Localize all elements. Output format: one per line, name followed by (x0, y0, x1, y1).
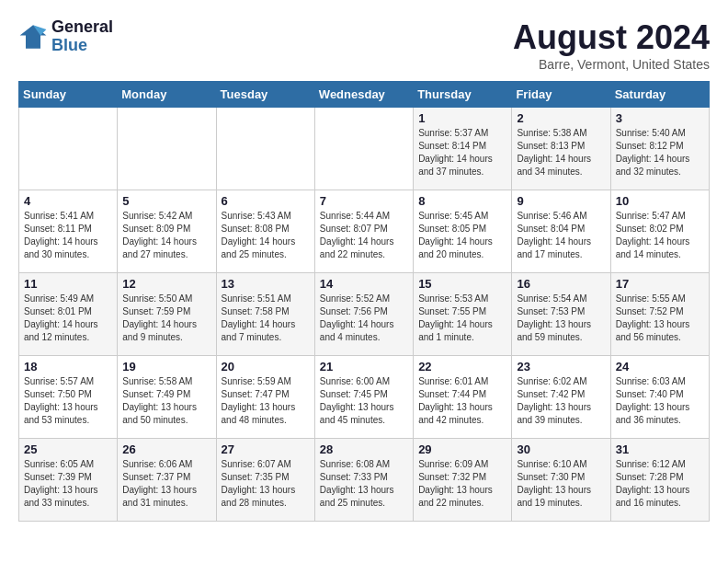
day-content: Sunrise: 5:50 AM Sunset: 7:59 PM Dayligh… (122, 293, 210, 344)
weekday-header-tuesday: Tuesday (216, 82, 314, 108)
day-number: 27 (222, 442, 310, 456)
calendar-cell: 30Sunrise: 6:10 AM Sunset: 7:30 PM Dayli… (512, 439, 610, 522)
day-number: 23 (517, 360, 605, 373)
calendar-cell: 23Sunrise: 6:02 AM Sunset: 7:42 PM Dayli… (512, 356, 610, 439)
day-content: Sunrise: 5:51 AM Sunset: 7:58 PM Dayligh… (222, 293, 310, 344)
day-number: 5 (122, 194, 210, 208)
calendar-cell (118, 108, 216, 190)
day-content: Sunrise: 6:06 AM Sunset: 7:37 PM Dayligh… (122, 458, 210, 510)
calendar-cell: 5Sunrise: 5:42 AM Sunset: 8:09 PM Daylig… (118, 190, 216, 273)
day-number: 21 (320, 360, 408, 373)
calendar-cell: 27Sunrise: 6:07 AM Sunset: 7:35 PM Dayli… (216, 439, 314, 522)
day-number: 9 (517, 194, 605, 208)
calendar-cell: 29Sunrise: 6:09 AM Sunset: 7:32 PM Dayli… (414, 439, 512, 522)
page-header: General Blue August 2024 Barre, Vermont,… (18, 18, 710, 72)
calendar-body: 1Sunrise: 5:37 AM Sunset: 8:14 PM Daylig… (19, 108, 710, 522)
weekday-header-thursday: Thursday (414, 82, 512, 108)
day-number: 22 (418, 360, 506, 373)
day-number: 31 (616, 442, 704, 456)
day-content: Sunrise: 5:44 AM Sunset: 8:07 PM Dayligh… (320, 210, 408, 261)
day-number: 16 (517, 277, 605, 291)
calendar-week-row: 18Sunrise: 5:57 AM Sunset: 7:50 PM Dayli… (19, 356, 710, 439)
day-content: Sunrise: 6:05 AM Sunset: 7:39 PM Dayligh… (24, 458, 112, 510)
calendar-cell: 8Sunrise: 5:45 AM Sunset: 8:05 PM Daylig… (414, 190, 512, 273)
day-number: 14 (320, 277, 408, 291)
calendar-week-row: 11Sunrise: 5:49 AM Sunset: 8:01 PM Dayli… (19, 273, 710, 356)
day-number: 18 (24, 360, 112, 373)
calendar-cell: 12Sunrise: 5:50 AM Sunset: 7:59 PM Dayli… (118, 273, 216, 356)
day-content: Sunrise: 5:49 AM Sunset: 8:01 PM Dayligh… (24, 293, 112, 344)
day-number: 10 (616, 194, 704, 208)
calendar-table: SundayMondayTuesdayWednesdayThursdayFrid… (18, 81, 710, 522)
weekday-header-friday: Friday (512, 82, 610, 108)
calendar-subtitle: Barre, Vermont, United States (513, 57, 710, 72)
logo-icon (18, 22, 48, 52)
day-content: Sunrise: 6:03 AM Sunset: 7:40 PM Dayligh… (616, 375, 704, 427)
day-content: Sunrise: 5:53 AM Sunset: 7:55 PM Dayligh… (418, 293, 506, 344)
day-content: Sunrise: 6:02 AM Sunset: 7:42 PM Dayligh… (517, 375, 605, 427)
calendar-cell: 26Sunrise: 6:06 AM Sunset: 7:37 PM Dayli… (118, 439, 216, 522)
calendar-cell: 14Sunrise: 5:52 AM Sunset: 7:56 PM Dayli… (314, 273, 413, 356)
day-content: Sunrise: 5:40 AM Sunset: 8:12 PM Dayligh… (616, 127, 704, 178)
calendar-header: SundayMondayTuesdayWednesdayThursdayFrid… (19, 82, 710, 108)
day-content: Sunrise: 5:38 AM Sunset: 8:13 PM Dayligh… (517, 127, 605, 178)
day-content: Sunrise: 5:54 AM Sunset: 7:53 PM Dayligh… (517, 293, 605, 344)
calendar-cell (19, 108, 118, 190)
day-number: 8 (418, 194, 506, 208)
title-block: August 2024 Barre, Vermont, United State… (513, 18, 710, 72)
calendar-cell: 7Sunrise: 5:44 AM Sunset: 8:07 PM Daylig… (314, 190, 413, 273)
weekday-header-wednesday: Wednesday (314, 82, 413, 108)
day-number: 29 (418, 442, 506, 456)
day-content: Sunrise: 5:55 AM Sunset: 7:52 PM Dayligh… (616, 293, 704, 344)
calendar-cell: 17Sunrise: 5:55 AM Sunset: 7:52 PM Dayli… (610, 273, 709, 356)
calendar-cell: 2Sunrise: 5:38 AM Sunset: 8:13 PM Daylig… (512, 108, 610, 190)
calendar-cell: 31Sunrise: 6:12 AM Sunset: 7:28 PM Dayli… (610, 439, 709, 522)
calendar-cell: 22Sunrise: 6:01 AM Sunset: 7:44 PM Dayli… (414, 356, 512, 439)
day-content: Sunrise: 6:07 AM Sunset: 7:35 PM Dayligh… (222, 458, 310, 510)
day-content: Sunrise: 5:43 AM Sunset: 8:08 PM Dayligh… (222, 210, 310, 261)
day-number: 6 (222, 194, 310, 208)
day-content: Sunrise: 5:47 AM Sunset: 8:02 PM Dayligh… (616, 210, 704, 261)
day-number: 26 (122, 442, 210, 456)
day-content: Sunrise: 6:00 AM Sunset: 7:45 PM Dayligh… (320, 375, 408, 427)
day-number: 19 (122, 360, 210, 373)
day-content: Sunrise: 5:37 AM Sunset: 8:14 PM Dayligh… (418, 127, 506, 178)
day-number: 3 (616, 111, 704, 125)
calendar-title: August 2024 (513, 18, 710, 57)
day-content: Sunrise: 5:46 AM Sunset: 8:04 PM Dayligh… (517, 210, 605, 261)
day-number: 11 (24, 277, 112, 291)
day-content: Sunrise: 5:58 AM Sunset: 7:49 PM Dayligh… (122, 375, 210, 427)
day-content: Sunrise: 5:45 AM Sunset: 8:05 PM Dayligh… (418, 210, 506, 261)
day-number: 1 (418, 111, 506, 125)
logo: General Blue (18, 18, 113, 55)
calendar-cell: 25Sunrise: 6:05 AM Sunset: 7:39 PM Dayli… (19, 439, 118, 522)
calendar-cell: 13Sunrise: 5:51 AM Sunset: 7:58 PM Dayli… (216, 273, 314, 356)
day-content: Sunrise: 5:52 AM Sunset: 7:56 PM Dayligh… (320, 293, 408, 344)
day-number: 24 (616, 360, 704, 373)
calendar-cell: 4Sunrise: 5:41 AM Sunset: 8:11 PM Daylig… (19, 190, 118, 273)
day-content: Sunrise: 6:10 AM Sunset: 7:30 PM Dayligh… (517, 458, 605, 510)
calendar-cell: 9Sunrise: 5:46 AM Sunset: 8:04 PM Daylig… (512, 190, 610, 273)
calendar-cell (216, 108, 314, 190)
day-content: Sunrise: 6:08 AM Sunset: 7:33 PM Dayligh… (320, 458, 408, 510)
day-number: 30 (517, 442, 605, 456)
calendar-week-row: 1Sunrise: 5:37 AM Sunset: 8:14 PM Daylig… (19, 108, 710, 190)
calendar-cell: 1Sunrise: 5:37 AM Sunset: 8:14 PM Daylig… (414, 108, 512, 190)
weekday-header-sunday: Sunday (19, 82, 118, 108)
day-content: Sunrise: 5:41 AM Sunset: 8:11 PM Dayligh… (24, 210, 112, 261)
calendar-cell: 28Sunrise: 6:08 AM Sunset: 7:33 PM Dayli… (314, 439, 413, 522)
weekday-header-monday: Monday (118, 82, 216, 108)
day-number: 17 (616, 277, 704, 291)
day-number: 25 (24, 442, 112, 456)
day-number: 15 (418, 277, 506, 291)
calendar-cell: 11Sunrise: 5:49 AM Sunset: 8:01 PM Dayli… (19, 273, 118, 356)
calendar-week-row: 25Sunrise: 6:05 AM Sunset: 7:39 PM Dayli… (19, 439, 710, 522)
weekday-header-saturday: Saturday (610, 82, 709, 108)
calendar-cell: 20Sunrise: 5:59 AM Sunset: 7:47 PM Dayli… (216, 356, 314, 439)
day-content: Sunrise: 6:01 AM Sunset: 7:44 PM Dayligh… (418, 375, 506, 427)
calendar-cell: 10Sunrise: 5:47 AM Sunset: 8:02 PM Dayli… (610, 190, 709, 273)
day-number: 7 (320, 194, 408, 208)
day-number: 2 (517, 111, 605, 125)
day-number: 12 (122, 277, 210, 291)
calendar-cell: 6Sunrise: 5:43 AM Sunset: 8:08 PM Daylig… (216, 190, 314, 273)
